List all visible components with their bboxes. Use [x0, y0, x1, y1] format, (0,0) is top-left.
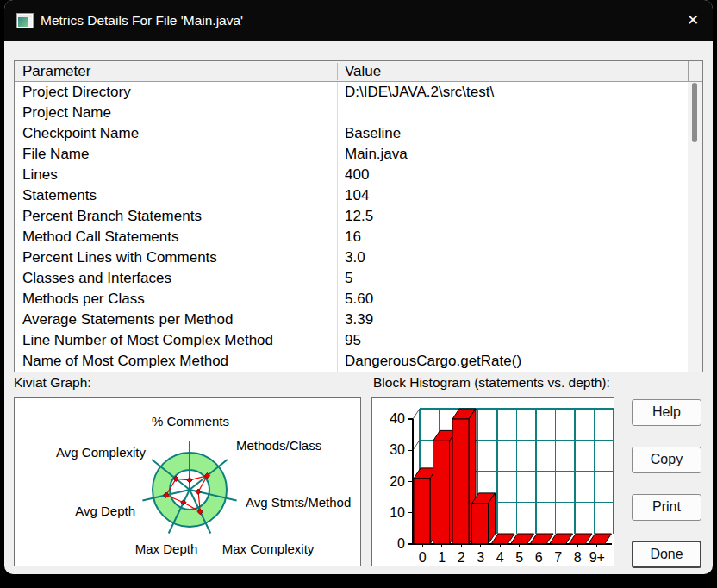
svg-text:Avg Depth: Avg Depth: [75, 504, 135, 518]
svg-text:8: 8: [574, 550, 582, 565]
column-header-parameter[interactable]: Parameter: [15, 61, 90, 82]
value-cell: Main.java: [345, 144, 408, 165]
value-cell: DangerousCargo.getRate(): [345, 351, 521, 372]
block-histogram-label: Block Histogram (statements vs. depth):: [373, 375, 610, 391]
value-cell: 12.5: [345, 206, 373, 227]
header-separator[interactable]: [337, 63, 338, 80]
table-row[interactable]: Project Name: [15, 103, 689, 123]
svg-text:0: 0: [419, 550, 427, 565]
done-button[interactable]: Done: [632, 541, 701, 568]
value-cell: 3.0: [345, 247, 365, 268]
block-histogram: 0102030400123456789+: [371, 397, 614, 566]
table-header: Parameter Value: [15, 61, 702, 82]
table-row[interactable]: Percent Lines with Comments3.0: [15, 247, 689, 268]
table-row[interactable]: Line Number of Most Complex Method95: [15, 330, 689, 351]
table-row[interactable]: Percent Branch Statements12.5: [15, 206, 689, 227]
table-row[interactable]: Name of Most Complex MethodDangerousCarg…: [15, 351, 689, 372]
table-row[interactable]: Classes and Interfaces5: [15, 268, 689, 289]
value-cell: 5: [345, 268, 352, 289]
value-cell: Baseline: [345, 123, 401, 144]
print-button[interactable]: Print: [632, 494, 701, 521]
table-row[interactable]: Average Statements per Method3.39: [15, 310, 689, 330]
svg-text:Max Complexity: Max Complexity: [222, 541, 315, 556]
table-row[interactable]: Statements104: [15, 185, 689, 206]
svg-text:Avg Stmts/Method: Avg Stmts/Method: [246, 495, 351, 510]
parameter-cell: Name of Most Complex Method: [22, 351, 228, 372]
parameter-cell: Classes and Interfaces: [22, 268, 171, 289]
svg-text:2: 2: [458, 550, 465, 565]
window-title: Metrics Details For File 'Main.java': [41, 0, 243, 41]
parameter-cell: Methods per Class: [22, 289, 145, 310]
parameter-cell: Project Name: [22, 103, 111, 123]
table-row[interactable]: File NameMain.java: [15, 144, 689, 165]
scrollbar-thumb[interactable]: [692, 83, 697, 142]
header-separator: [688, 61, 689, 82]
close-icon: ✕: [687, 11, 699, 29]
value-cell: 400: [345, 165, 369, 185]
parameter-cell: Project Directory: [22, 82, 131, 103]
kiviat-graph-label: Kiviat Graph:: [14, 375, 91, 391]
value-cell: D:\IDE\JAVA.2\src\test\: [345, 82, 494, 103]
kiviat-graph: % CommentsMethods/ClassAvg Stmts/MethodM…: [14, 397, 361, 566]
value-cell: 95: [345, 330, 361, 351]
parameter-cell: Percent Branch Statements: [22, 206, 202, 227]
svg-text:Avg Complexity: Avg Complexity: [56, 445, 146, 460]
value-cell: 3.39: [345, 310, 373, 330]
parameter-cell: File Name: [22, 144, 89, 165]
histogram-chart: 0102030400123456789+: [372, 398, 614, 566]
svg-text:5: 5: [515, 550, 523, 565]
value-cell: 5.60: [345, 289, 373, 310]
svg-text:20: 20: [390, 474, 405, 489]
svg-text:1: 1: [438, 550, 446, 565]
value-cell: 104: [345, 185, 369, 206]
application-icon: [16, 13, 34, 28]
table-body: Project DirectoryD:\IDE\JAVA.2\src\test\…: [15, 82, 689, 372]
table-row[interactable]: Checkpoint NameBaseline: [15, 123, 689, 144]
svg-text:9+: 9+: [589, 550, 605, 565]
svg-text:7: 7: [554, 550, 562, 565]
parameter-cell: Statements: [22, 185, 97, 206]
value-cell: 16: [345, 227, 361, 247]
help-button[interactable]: Help: [632, 399, 701, 426]
svg-text:10: 10: [390, 505, 405, 520]
svg-text:4: 4: [496, 550, 504, 565]
svg-text:3: 3: [477, 550, 484, 565]
svg-text:Max Depth: Max Depth: [135, 541, 198, 556]
kiviat-radar-chart: % CommentsMethods/ClassAvg Stmts/MethodM…: [15, 398, 360, 566]
metrics-table[interactable]: Parameter Value Project DirectoryD:\IDE\…: [14, 60, 703, 372]
table-row[interactable]: Methods per Class5.60: [15, 289, 689, 310]
svg-text:Methods/Class: Methods/Class: [236, 438, 321, 453]
parameter-cell: Line Number of Most Complex Method: [22, 330, 273, 351]
vertical-scrollbar[interactable]: [688, 82, 702, 372]
close-button[interactable]: ✕: [673, 0, 713, 41]
table-row[interactable]: Method Call Statements16: [15, 227, 689, 247]
table-row[interactable]: Lines400: [15, 165, 689, 185]
svg-text:6: 6: [535, 550, 543, 565]
svg-text:0: 0: [397, 536, 405, 551]
parameter-cell: Checkpoint Name: [22, 123, 139, 144]
svg-text:% Comments: % Comments: [152, 414, 229, 428]
parameter-cell: Average Statements per Method: [22, 310, 233, 330]
parameter-cell: Percent Lines with Comments: [22, 247, 217, 268]
column-header-value[interactable]: Value: [337, 61, 381, 82]
metrics-dialog: Metrics Details For File 'Main.java' ✕ P…: [4, 0, 713, 574]
svg-text:40: 40: [390, 411, 405, 426]
table-row[interactable]: Project DirectoryD:\IDE\JAVA.2\src\test\: [15, 82, 689, 103]
parameter-cell: Lines: [22, 165, 58, 185]
column-divider: [337, 82, 338, 372]
titlebar: Metrics Details For File 'Main.java' ✕: [4, 0, 713, 41]
copy-button[interactable]: Copy: [632, 447, 701, 473]
svg-text:30: 30: [390, 442, 405, 457]
parameter-cell: Method Call Statements: [22, 227, 178, 247]
